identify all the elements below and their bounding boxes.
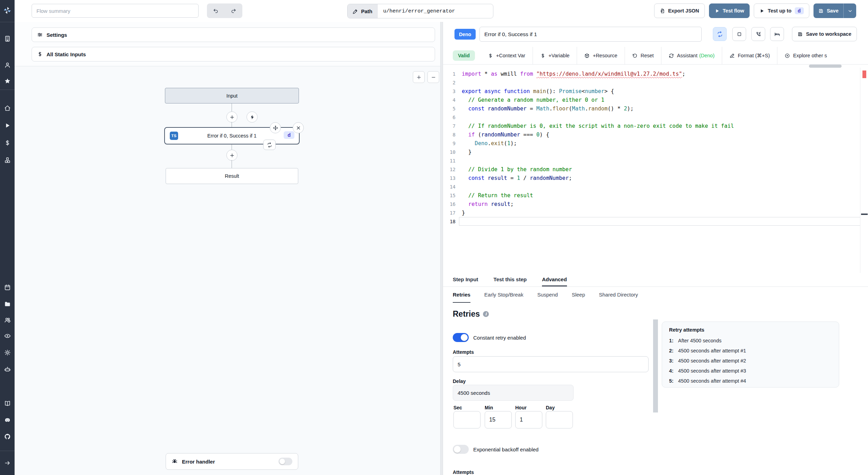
panel-resize-handle[interactable] <box>440 22 443 475</box>
tab-advanced[interactable]: Advanced <box>542 273 567 286</box>
undo-button[interactable] <box>207 3 225 18</box>
bug-icon <box>172 458 178 465</box>
save-dropdown-button[interactable] <box>843 3 856 18</box>
toolbar-explore-other-s-button[interactable]: Explore other s <box>777 47 834 64</box>
plus-icon <box>416 75 422 80</box>
toolbar-format----s--button[interactable]: Format (⌘+S) <box>722 47 777 64</box>
zoom-out-button[interactable] <box>427 71 439 83</box>
cube-icon <box>584 53 590 58</box>
exponential-backoff-row: Exponential backoff enabled <box>453 445 539 454</box>
retry-attempt-item: 1:After 4500 seconds <box>669 336 832 346</box>
all-static-inputs-bar[interactable]: All Static Inputs <box>32 47 435 61</box>
toolbar-reset-button[interactable]: Reset <box>625 47 661 64</box>
tab-shared-directory[interactable]: Shared Directory <box>599 287 638 303</box>
toolbar--context-var-button[interactable]: +Context Var <box>481 47 533 64</box>
day-input[interactable] <box>546 411 573 428</box>
app-sidebar <box>0 0 15 475</box>
test-flow-button[interactable]: Test flow <box>709 3 750 18</box>
move-step-button[interactable] <box>270 122 281 133</box>
retry-attempt-item: 3:4500 seconds after attempt #2 <box>669 356 832 366</box>
phone-incoming-icon <box>756 31 761 37</box>
sidebar-calendar-icon[interactable] <box>0 282 15 292</box>
flow-canvas[interactable]: Input TS Error if 0, Success if 1 d Resu… <box>15 66 440 475</box>
error-marker <box>862 70 866 78</box>
tab-test-this-step[interactable]: Test this step <box>493 273 527 286</box>
sidebar-cubes-icon[interactable] <box>0 155 15 165</box>
sidebar-github-icon[interactable] <box>0 431 15 442</box>
sidebar-users-icon[interactable] <box>0 315 15 325</box>
undo-icon <box>213 8 219 14</box>
retry-attempt-item: 4:4500 seconds after attempt #3 <box>669 366 832 376</box>
dollar-icon <box>540 53 545 58</box>
toolbar-assistant--button[interactable]: Assistant (Deno) <box>661 47 722 64</box>
delay-input[interactable] <box>453 385 574 401</box>
toolbar-hscrollbar[interactable] <box>809 65 842 68</box>
add-step-button[interactable] <box>226 150 237 161</box>
toolbar--variable-button[interactable]: +Variable <box>533 47 577 64</box>
redo-button[interactable] <box>225 3 242 18</box>
retries-toggle-button[interactable] <box>713 27 727 41</box>
export-json-button[interactable]: Export JSON <box>654 3 704 18</box>
cursor-marker <box>861 214 868 215</box>
retry-attempts-box: Retry attempts 1:After 4500 seconds2:450… <box>662 322 839 388</box>
attempts-label-cutoff: Attempts <box>453 469 474 475</box>
dollar-icon <box>37 51 43 57</box>
retry-indicator-button[interactable] <box>263 140 276 150</box>
suspend-button[interactable] <box>751 27 765 41</box>
tab-early-stop-break[interactable]: Early Stop/Break <box>484 287 524 303</box>
sidebar-play-icon[interactable] <box>0 120 15 131</box>
sidebar-building-icon[interactable] <box>0 33 15 44</box>
sidebar-robot-icon[interactable] <box>0 364 15 374</box>
sidebar-arrow-right-icon[interactable] <box>0 458 15 468</box>
tab-sleep[interactable]: Sleep <box>572 287 585 303</box>
export-json-label: Export JSON <box>668 8 699 14</box>
sidebar-star-icon[interactable] <box>0 76 15 86</box>
hour-input[interactable] <box>515 411 542 428</box>
add-step-button[interactable] <box>226 111 237 123</box>
test-up-to-button[interactable]: Test up to d <box>754 3 809 18</box>
save-to-workspace-button[interactable]: Save to workspace <box>792 27 857 41</box>
sidebar-eye-icon[interactable] <box>0 331 15 341</box>
flow-node-result[interactable]: Result <box>166 168 298 184</box>
panel-scrollbar[interactable] <box>653 319 658 412</box>
code-editor[interactable]: 1import * as wmill from "https://deno.la… <box>443 68 868 273</box>
attempts-input[interactable] <box>453 356 649 372</box>
save-button[interactable]: Save <box>813 3 843 18</box>
sec-input[interactable] <box>453 411 481 428</box>
tab-step-input[interactable]: Step Input <box>453 273 478 286</box>
early-stop-button[interactable] <box>732 27 746 41</box>
zoom-in-button[interactable] <box>413 71 425 83</box>
tab-retries[interactable]: Retries <box>453 287 470 303</box>
step-title-input[interactable] <box>479 27 702 42</box>
sidebar-home-icon[interactable] <box>0 103 15 113</box>
error-handler-toggle[interactable] <box>278 458 292 465</box>
settings-label: Settings <box>47 32 67 38</box>
flow-node-input[interactable]: Input <box>165 88 299 103</box>
trigger-button[interactable] <box>247 111 258 123</box>
sidebar-dollar-icon[interactable] <box>0 138 15 148</box>
path-field[interactable]: Path u/henri/error_generator <box>347 4 493 18</box>
constant-retry-toggle[interactable] <box>453 333 469 342</box>
file-export-icon <box>660 8 665 14</box>
save-icon <box>798 32 803 37</box>
error-handler-row[interactable]: Error handler <box>166 453 298 470</box>
toolbar--resource-button[interactable]: +Resource <box>577 47 625 64</box>
flow-edge <box>232 103 232 112</box>
sidebar-gear-icon[interactable] <box>0 347 15 358</box>
path-value: u/henri/error_generator <box>378 4 493 18</box>
flow-settings-bar[interactable]: Settings <box>32 27 435 42</box>
sidebar-user-icon[interactable] <box>0 60 15 70</box>
windmill-logo-icon[interactable] <box>0 3 15 17</box>
flow-summary-input[interactable] <box>32 4 199 18</box>
sidebar-discord-icon[interactable] <box>0 415 15 425</box>
info-icon[interactable]: i <box>483 311 489 317</box>
code-line-6: 6 <box>443 113 860 122</box>
sidebar-book-icon[interactable] <box>0 398 15 408</box>
sidebar-folder-icon[interactable] <box>0 299 15 309</box>
sidebar-divider <box>0 90 15 90</box>
exponential-backoff-toggle[interactable] <box>453 445 469 454</box>
delete-step-button[interactable] <box>293 122 304 133</box>
min-input[interactable] <box>485 411 512 428</box>
sleep-button[interactable] <box>770 27 784 41</box>
tab-suspend[interactable]: Suspend <box>537 287 558 303</box>
